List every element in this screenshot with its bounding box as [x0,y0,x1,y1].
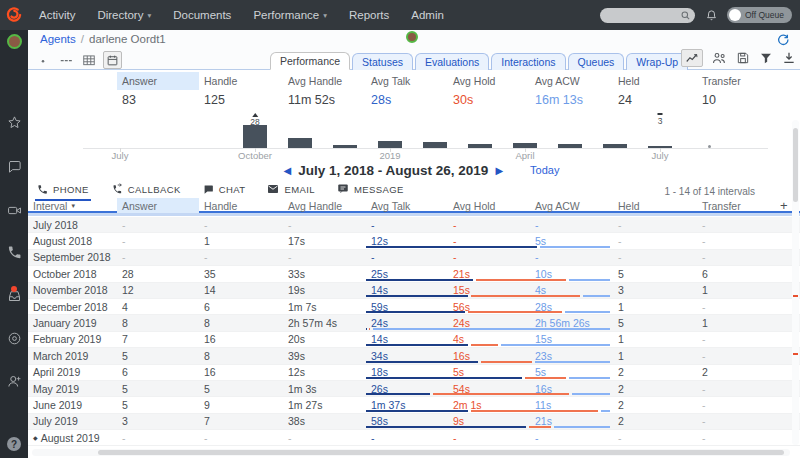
table-row[interactable]: September 2018-------- [28,250,800,266]
search-input[interactable] [608,10,680,20]
chart-bar[interactable] [468,144,492,148]
table-row[interactable]: January 2019882h 57m 4s24s24s2h 56m 26s5… [28,315,800,331]
user-avatar[interactable] [0,34,28,49]
summary-metric-label[interactable]: Avg Hold [448,72,530,90]
horizontal-scrollbar[interactable] [32,449,790,456]
trend-chart-toggle-icon[interactable] [681,49,703,67]
horizontal-scrollbar-thumb[interactable] [98,450,784,455]
nav-item-performance[interactable]: Performance▾ [242,0,338,30]
cell-value: - [702,333,706,345]
nav-item-reports[interactable]: Reports [338,0,400,30]
vertical-scrollbar[interactable] [792,120,799,445]
table-row[interactable]: July 20193738s58s9s21s2- [28,414,800,430]
contacts-person-icon[interactable] [0,374,28,389]
global-search[interactable] [600,8,695,23]
summary-metric-label[interactable]: Avg Talk [366,72,448,90]
help-icon[interactable]: ? [0,437,28,451]
cell-value: 8 [122,317,128,329]
video-icon[interactable] [0,203,28,218]
breadcrumb-agents-link[interactable]: Agents [40,33,76,45]
date-range-label[interactable]: July 1, 2018 - August 26, 2019 [298,163,488,178]
table-row[interactable]: May 2019551m 3s26s54s16s2- [28,381,800,397]
table-row[interactable]: March 20195839s34s16s23s1- [28,348,800,364]
column-header-handle[interactable]: Handle [199,198,283,213]
favorites-star-icon[interactable] [0,115,28,130]
voicemail-inbox-icon[interactable] [0,288,28,303]
column-header-answer[interactable]: Answer [117,198,199,213]
notifications-bell-icon[interactable] [705,9,718,22]
table-row[interactable]: November 2018121419s14s15s4s31 [28,283,800,299]
cell-value: 20s [288,333,305,345]
genesys-logo-icon[interactable] [0,0,28,30]
table-grid-icon[interactable] [80,52,97,68]
agent-presence-avatar[interactable] [406,31,418,43]
dash-view-icon[interactable] [57,52,74,68]
nav-item-directory[interactable]: Directory▾ [86,0,162,30]
cell-value: 5 [122,383,128,395]
summary-metric-label[interactable]: Avg Handle [283,72,366,90]
chart-bar[interactable] [288,138,312,148]
column-header-avg-acw[interactable]: Avg ACW [530,198,613,213]
next-range-icon[interactable]: ▶ [488,165,510,176]
table-row[interactable]: February 201971620s14s4s15s1- [28,332,800,348]
media-tab-label: Email [284,184,315,195]
tab-interactions[interactable]: Interactions [491,53,565,70]
cell-value: 17s [288,235,305,247]
summary-metric-label[interactable]: Held [613,72,697,90]
column-header-avg-handle[interactable]: Avg Handle [283,198,366,213]
interactions-target-icon[interactable] [0,331,28,346]
tab-wrap-up[interactable]: Wrap-Up [626,53,688,70]
tab-evaluations[interactable]: Evaluations [415,53,489,70]
table-row[interactable]: October 2018283533s25s21s10s56 [28,266,800,282]
cell-value: - [702,251,706,263]
table-row[interactable]: ◆August 2019-------- [28,430,800,446]
summary-metric-label[interactable]: Answer [117,72,199,90]
summary-metric-label[interactable]: Handle [199,72,283,90]
table-row[interactable]: December 2018461m 7s59s56s28s1- [28,299,800,315]
hold-bar-segment [433,393,569,395]
column-header-held[interactable]: Held [613,198,697,213]
tab-performance[interactable]: Performance [270,52,350,70]
column-header-avg-talk[interactable]: Avg Talk [366,198,448,213]
table-row[interactable]: July 2018-------- [28,217,800,233]
column-header-avg-hold[interactable]: Avg Hold [448,198,530,213]
chat-icon[interactable] [0,159,28,174]
nav-item-label: Activity [39,9,75,21]
vertical-scrollbar-thumb[interactable] [793,128,798,202]
calendar-button[interactable] [103,51,122,69]
compare-agents-icon[interactable] [712,51,727,66]
cell-value: 16 [204,366,216,378]
app-sidebar: ? [0,30,28,458]
chart-bar[interactable] [423,142,447,148]
chart-bar[interactable] [243,125,267,148]
phone-icon[interactable] [0,245,28,260]
refresh-icon[interactable] [776,32,790,46]
nav-item-activity[interactable]: Activity [28,0,86,30]
chart-bar[interactable] [333,145,357,148]
column-header-interval[interactable]: Interval▾ [28,198,117,213]
prev-range-icon[interactable]: ◀ [277,165,299,176]
download-icon[interactable] [782,51,796,65]
table-row[interactable]: August 2018-117s12s-5s-- [28,233,800,249]
point-view-icon[interactable] [34,52,51,68]
filter-icon[interactable] [759,51,773,65]
column-header-label: Answer [122,200,157,212]
avg-talk-cell: - [366,432,448,444]
chart-bar[interactable] [558,144,582,148]
column-header-transfer[interactable]: Transfer [697,198,780,213]
nav-item-admin[interactable]: Admin [400,0,455,30]
chat-icon [203,184,214,195]
table-row[interactable]: June 2019591m 27s1m 37s2m 1s11s2- [28,397,800,413]
summary-metric-label[interactable]: Avg ACW [530,72,613,90]
queue-status-toggle[interactable]: Off Queue [727,7,792,23]
chart-bar[interactable] [603,144,627,148]
summary-metric-label[interactable]: Transfer [697,72,780,90]
tab-queues[interactable]: Queues [568,53,625,70]
today-button[interactable]: Today [530,164,559,176]
scrollbar-marker [793,295,798,297]
tab-statuses[interactable]: Statuses [352,53,413,70]
save-icon[interactable] [736,51,750,65]
cell-value: 1 [702,317,708,329]
nav-item-documents[interactable]: Documents [162,0,242,30]
table-row[interactable]: April 201961612s18s5s5s22 [28,365,800,381]
